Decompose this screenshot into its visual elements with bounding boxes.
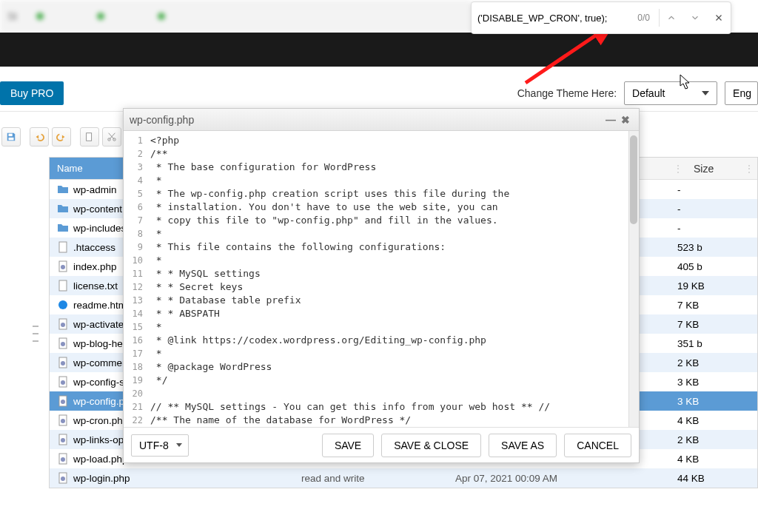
file-size: 4 KB [670,415,757,426]
editor-titlebar[interactable]: wp-config.php — ✖ [124,109,639,131]
minimize-icon[interactable]: — [603,114,618,126]
find-prev-button[interactable] [660,3,683,33]
find-count: 0/0 [634,13,659,23]
browser-find-bar: 0/0 [471,1,731,34]
file-size: 3 KB [670,396,757,407]
php-icon [57,376,69,388]
file-size: 7 KB [670,300,757,311]
file-size: 4 KB [670,454,757,465]
svg-point-29 [61,419,65,423]
encoding-select[interactable]: UTF-8 [131,434,189,457]
file-size: - [670,203,757,215]
file-name: license.txt [73,280,118,292]
svg-point-21 [61,342,65,346]
svg-point-17 [58,300,67,309]
file-size: 351 b [670,338,757,349]
grip-icon: ⋮ [741,163,757,175]
cancel-button[interactable]: CANCEL [564,434,631,457]
browser-tab-strip: St [0,0,471,33]
php-icon [57,434,69,445]
editor-footer: UTF-8 SAVE SAVE & CLOSE SAVE AS CANCEL [124,427,639,462]
save-button[interactable]: SAVE [322,434,374,457]
html-icon [57,299,69,311]
file-name: wp-load.php [73,454,128,465]
file-size: 7 KB [670,319,757,330]
save-close-button[interactable]: SAVE & CLOSE [381,434,481,457]
undo-icon[interactable] [30,127,49,147]
php-icon [57,337,69,349]
close-icon[interactable]: ✖ [618,114,633,126]
file-icon [57,241,69,253]
find-next-button[interactable] [683,3,707,33]
file-size: 19 KB [670,280,757,292]
file-name: index.php [73,261,117,272]
theme-label: Change Theme Here: [517,87,617,99]
find-close-button[interactable] [707,3,731,33]
file-size: 2 KB [670,434,757,445]
file-size: 2 KB [670,357,757,368]
file-name: .htaccess [73,242,115,253]
file-perm: read and write [294,473,448,484]
php-icon [57,472,69,484]
editor-title-text: wp-config.php [130,114,603,126]
file-size: 405 b [670,261,757,272]
php-icon [57,395,69,407]
folder-icon [57,183,69,195]
svg-rect-16 [59,280,67,291]
svg-rect-8 [87,133,92,141]
file-size: 523 b [670,242,757,253]
file-size: 44 KB [670,473,757,484]
file-name: wp-cron.php [73,415,128,426]
file-size: 3 KB [670,377,757,388]
file-size: - [670,223,757,234]
line-gutter: 12345678910111213141516171819202122 [124,131,147,427]
language-button[interactable]: Eng [725,81,758,105]
code-content[interactable]: <?php /** * The base configuration for W… [147,131,639,427]
theme-select[interactable]: Default [624,81,717,105]
admin-bar [0,33,758,67]
php-icon [57,357,69,368]
file-name: wp-admin [73,184,117,195]
svg-point-27 [61,400,65,404]
svg-rect-5 [9,138,14,141]
save-icon[interactable] [1,127,21,147]
cut-icon[interactable] [102,127,121,147]
file-action-toolbar [1,127,121,147]
svg-rect-4 [9,134,13,137]
save-as-button[interactable]: SAVE AS [489,434,557,457]
file-name: readme.html [73,300,129,311]
php-icon [57,318,69,330]
scroll-thumb[interactable] [630,135,637,224]
panel-collapse-handle[interactable] [33,326,38,342]
file-icon [57,280,69,292]
file-name: wp-content [73,203,122,215]
code-area[interactable]: 12345678910111213141516171819202122 <?ph… [124,131,639,427]
grip-icon: ⋮ [670,163,686,175]
buy-pro-button[interactable]: Buy PRO [0,81,64,105]
folder-icon [57,222,69,234]
svg-marker-7 [62,135,65,138]
svg-point-35 [61,477,65,481]
folder-icon [57,203,69,215]
file-name: wp-login.php [73,473,130,484]
svg-point-15 [61,265,65,269]
php-icon [57,414,69,426]
php-icon [57,453,69,465]
svg-point-33 [61,457,65,462]
redo-icon[interactable] [52,127,71,147]
svg-point-23 [61,361,65,366]
svg-point-31 [61,438,65,442]
find-input[interactable] [472,7,634,29]
file-size: - [670,184,757,195]
vertical-scrollbar[interactable] [628,131,639,427]
svg-marker-6 [36,135,39,138]
file-name: wp-includes [73,223,126,234]
svg-rect-13 [59,242,67,252]
table-row[interactable]: wp-login.phpread and writeApr 07, 2021 0… [50,468,757,488]
file-modified: Apr 07, 2021 00:09 AM [448,473,670,484]
new-file-icon[interactable] [80,127,99,147]
page-toolbar: Buy PRO Change Theme Here: Default Eng [0,80,758,107]
svg-point-19 [61,323,65,327]
col-header-size[interactable]: Size [686,158,741,179]
svg-point-25 [61,380,65,385]
